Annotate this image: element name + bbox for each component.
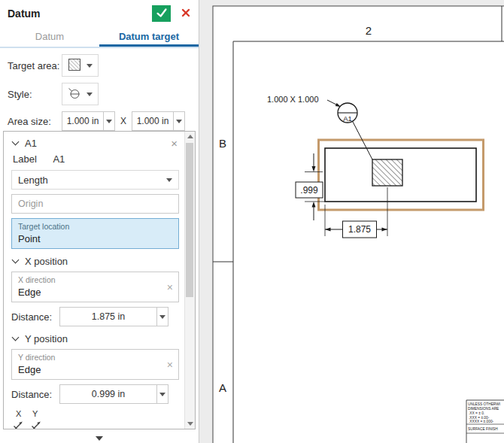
target-area-label: Target area: [8,60,62,71]
x-direction-field[interactable]: X direction Edge × [11,272,179,302]
title-block-line: .XXX = ±.00- [469,416,490,420]
datum-target-hatch-area[interactable] [372,159,402,186]
target-location-value: Point [18,233,172,244]
zone-column-label: 2 [366,24,372,37]
flip-x-caption: X [16,409,32,419]
dialog-header: Datum [0,0,199,24]
title-block-line: .XXXX = ±.000- [469,420,494,423]
target-area-row: Target area: [8,54,191,77]
dim-vertical-text: .999 [300,185,318,196]
tab-datum-target[interactable]: Datum target [99,26,199,47]
target-type-select[interactable]: Length [11,170,179,190]
y-direction-caption: Y direction [18,353,172,362]
scrollbar-thumb[interactable] [186,143,193,297]
flip-captions: X Y [16,409,179,419]
clear-y-direction-icon[interactable]: × [167,360,173,370]
x-position-title: X position [25,256,68,267]
label-row: Label A1 [13,153,179,165]
app-window: Datum Datum Datum target Target area: [0,0,504,443]
area-size-label: Area size: [8,116,62,127]
area-width-input[interactable] [62,111,104,131]
chevron-down-icon [106,120,112,123]
target-type-value: Length [18,174,48,186]
scroll-up-icon[interactable] [187,135,193,138]
title-block-line: DIMENSIONS ARE [468,407,499,411]
target-location-caption: Target location [18,222,172,231]
flip-y-button[interactable] [30,419,44,429]
dialog-form: Target area: Style: Area s [0,48,199,131]
datum-target-label-text: A1 [343,114,352,123]
area-width-combo [62,111,115,131]
chevron-down-icon [12,256,20,264]
flip-arrow-icon [31,423,44,429]
y-direction-value: Edge [18,364,172,375]
size-annotation-text[interactable]: 1.000 X 1.000 [267,95,319,104]
title-block-line: SURFACE FINISH [468,427,498,431]
check-icon [155,6,169,22]
area-height-dropdown[interactable] [173,111,185,131]
y-position-header[interactable]: Y position [11,332,179,345]
datum-target-style-icon [68,86,81,102]
dialog-tabs: Datum Datum target [0,26,199,48]
cancel-button[interactable] [178,5,194,22]
y-direction-field[interactable]: Y direction Edge × [11,349,179,380]
label-value: A1 [53,153,65,165]
target-area-dropdown[interactable] [62,54,99,77]
chevron-down-icon [166,178,172,182]
x-distance-input[interactable] [59,307,157,326]
x-distance-combo [59,307,169,326]
close-icon [181,8,191,20]
chevron-down-icon [12,138,20,146]
title-block-line: UNLESS OTHERWI [468,402,500,406]
flip-buttons [12,419,179,429]
y-distance-label: Distance: [11,389,59,400]
target-a1-section: A1 × Label A1 Length Target location Poi… [4,132,185,429]
y-distance-combo [59,384,169,404]
hatch-area-icon [68,58,81,74]
y-distance-dropdown[interactable] [156,384,169,404]
y-distance-row: Distance: [11,384,179,404]
zone-row-b-label: B [219,137,226,150]
style-label: Style: [8,89,62,100]
tab-datum[interactable]: Datum [0,26,99,47]
chevron-down-icon [12,334,20,341]
scroll-down-icon[interactable] [187,422,193,426]
area-size-separator: X [120,116,126,126]
target-a1-header[interactable]: A1 × [11,136,179,150]
x-position-header[interactable]: X position [11,254,179,268]
dim-horizontal-text: 1.875 [348,224,371,235]
panel-scroll-more-icon[interactable] [96,436,103,441]
x-distance-dropdown[interactable] [156,307,169,326]
area-height-input[interactable] [132,111,174,131]
style-dropdown[interactable] [62,83,99,105]
datum-dialog-panel: Datum Datum Datum target Target area: [0,0,199,443]
x-distance-row: Distance: [11,307,179,326]
area-width-dropdown[interactable] [103,111,115,131]
flip-x-button[interactable] [12,419,26,429]
flip-y-caption: Y [32,409,49,419]
drawing-canvas[interactable]: 2 B A .999 1.875 [199,0,504,443]
chevron-down-icon [176,120,182,123]
target-a1-title: A1 [25,138,37,149]
chevron-down-icon [159,315,165,319]
x-direction-value: Edge [18,287,172,298]
dialog-title: Datum [8,8,152,20]
style-row: Style: [8,83,191,105]
area-height-combo [132,111,185,131]
remove-target-button[interactable]: × [169,138,179,149]
target-list-panel: A1 × Label A1 Length Target location Poi… [3,131,196,429]
y-distance-input[interactable] [59,384,157,404]
clear-x-direction-icon[interactable]: × [167,282,173,293]
origin-input[interactable] [11,194,179,214]
panel-scrollbar[interactable] [184,132,195,429]
title-block-line: .XX = ± 0. [469,411,484,415]
target-location-field[interactable]: Target location Point [11,218,179,249]
chevron-down-icon [87,93,93,96]
chevron-down-icon [159,393,165,396]
area-size-row: Area size: X [8,111,191,131]
accept-button[interactable] [152,5,171,22]
label-caption: Label [13,153,37,165]
chevron-down-icon [87,64,93,68]
zone-row-a-label: A [219,381,226,394]
x-direction-caption: X direction [18,275,172,284]
